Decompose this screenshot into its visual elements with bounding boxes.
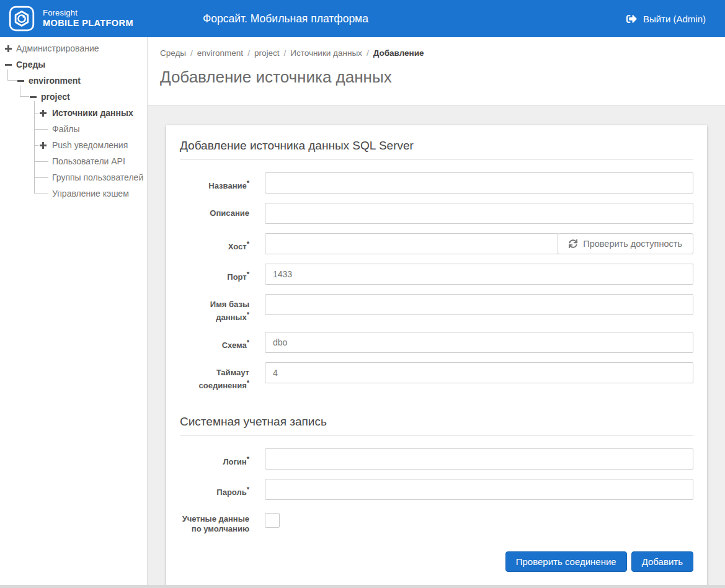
required-marker: * (247, 486, 249, 493)
breadcrumb-separator: / (247, 48, 250, 58)
default-credentials-checkbox[interactable] (265, 513, 280, 528)
login-field[interactable] (265, 448, 693, 470)
plus-icon[interactable] (40, 142, 47, 149)
form-row-name: Название* (180, 172, 693, 194)
page-header-band: Среды / environment / project / Источник… (148, 37, 725, 105)
plus-icon[interactable] (5, 45, 12, 52)
sidebar-item-label: Файлы (52, 124, 79, 134)
breadcrumb-item[interactable]: Среды (160, 48, 186, 58)
tree-connector (7, 69, 17, 81)
schema-field[interactable] (265, 332, 693, 353)
logo-text: Foresight MOBILE PLATFORM (43, 9, 133, 29)
breadcrumb-item-current: Добавление (373, 48, 424, 58)
logo-line2: MOBILE PLATFORM (43, 18, 133, 29)
form-row-host: Хост* Проверить доступность (180, 233, 693, 254)
form-section-title: Добавление источника данных SQL Server (180, 135, 693, 160)
description-label: Описание (180, 203, 265, 218)
timeout-field[interactable] (265, 362, 693, 383)
sidebar-item-label: Управление кэшем (52, 189, 129, 198)
form-row-database: Имя базы данных* (180, 294, 693, 323)
logout-button[interactable]: Выйти (Admin) (626, 0, 706, 37)
required-marker: * (247, 179, 249, 187)
minus-icon[interactable] (17, 78, 24, 84)
database-name-label: Имя базы данных* (180, 294, 265, 323)
form-row-port: Порт* (180, 264, 693, 285)
sidebar-item-label: Push уведомления (52, 140, 128, 150)
horizontal-scrollbar[interactable] (0, 585, 725, 588)
host-field[interactable] (265, 233, 558, 254)
sidebar: Администрирование Среды environment proj… (0, 37, 148, 585)
project-children: Источники данных Файлы Push уведомления … (34, 105, 147, 202)
host-label: Хост* (180, 233, 265, 252)
required-marker: * (247, 455, 249, 463)
breadcrumb-separator: / (283, 48, 286, 58)
sidebar-item-label: Пользователи API (52, 156, 125, 166)
sidebar-item-push-notifications[interactable]: Push уведомления (34, 137, 147, 153)
form-row-password: Пароль* (180, 479, 693, 500)
form-row-login: Логин* (180, 448, 693, 470)
check-availability-button[interactable]: Проверить доступность (558, 233, 693, 254)
login-label: Логин* (180, 448, 265, 467)
logo: Foresight MOBILE PLATFORM (0, 5, 133, 32)
foresight-logo-icon (8, 5, 35, 32)
sidebar-item-label: environment (29, 76, 81, 86)
breadcrumb-separator: / (190, 48, 193, 58)
sidebar-item-user-groups[interactable]: Группы пользователей (34, 169, 147, 185)
database-name-field[interactable] (265, 294, 693, 315)
breadcrumb-item[interactable]: Источники данных (290, 48, 362, 58)
app-header: Foresight MOBILE PLATFORM Форсайт. Мобил… (0, 0, 725, 37)
sidebar-item-label: Среды (16, 60, 45, 69)
sidebar-item-label: Источники данных (52, 108, 133, 118)
check-availability-label: Проверить доступность (583, 239, 682, 249)
required-marker: * (247, 240, 249, 247)
breadcrumb-item[interactable]: environment (197, 48, 243, 58)
logo-line1: Foresight (43, 9, 133, 18)
password-label: Пароль* (180, 479, 265, 497)
navigation-tree: Администрирование Среды environment proj… (0, 37, 147, 202)
sidebar-item-label: project (41, 92, 70, 102)
form-row-description: Описание (180, 203, 693, 224)
page-title: Добавление источника данных (160, 68, 713, 87)
port-field[interactable] (265, 264, 693, 285)
sidebar-item-label: Администрирование (16, 43, 99, 53)
sidebar-item-label: Группы пользователей (52, 172, 143, 182)
port-label: Порт* (180, 264, 265, 282)
required-marker: * (247, 339, 249, 346)
sidebar-item-environments[interactable]: Среды (0, 56, 147, 73)
description-field[interactable] (265, 203, 693, 224)
form-actions: Проверить соединение Добавить (180, 551, 693, 572)
add-button[interactable]: Добавить (631, 551, 693, 572)
add-datasource-form-card: Добавление источника данных SQL Server Н… (166, 125, 707, 588)
sidebar-item-administration[interactable]: Администрирование (0, 40, 147, 56)
sidebar-item-cache-management[interactable]: Управление кэшем (34, 185, 147, 202)
main-content: Среды / environment / project / Источник… (148, 37, 725, 585)
form-row-timeout: Таймаут соединения* (180, 362, 693, 391)
schema-label: Схема* (180, 332, 265, 350)
tree-connector (20, 86, 29, 97)
password-field[interactable] (265, 479, 693, 500)
minus-icon[interactable] (5, 61, 12, 68)
sidebar-item-files[interactable]: Файлы (34, 121, 147, 137)
form-section-title: Системная учетная запись (180, 411, 693, 436)
plus-icon[interactable] (40, 110, 47, 117)
test-connection-button[interactable]: Проверить соединение (505, 551, 627, 572)
timeout-label: Таймаут соединения* (180, 362, 265, 391)
breadcrumb: Среды / environment / project / Источник… (160, 48, 713, 58)
name-label: Название* (180, 172, 265, 191)
required-marker: * (247, 311, 249, 318)
logout-label: Выйти (Admin) (643, 14, 706, 24)
sidebar-item-api-users[interactable]: Пользователи API (34, 153, 147, 169)
app-title: Форсайт. Мобильная платформа (203, 0, 368, 37)
breadcrumb-item[interactable]: project (254, 48, 280, 58)
default-credentials-label: Учетные данные по умолчанию (180, 511, 265, 534)
sign-out-icon (626, 14, 637, 24)
form-row-default-credentials: Учетные данные по умолчанию (180, 511, 693, 534)
breadcrumb-separator: / (367, 48, 369, 58)
form-row-schema: Схема* (180, 332, 693, 353)
minus-icon[interactable] (30, 94, 37, 100)
required-marker: * (247, 270, 249, 278)
refresh-icon (569, 239, 577, 248)
required-marker: * (247, 379, 249, 386)
name-field[interactable] (265, 172, 693, 194)
sidebar-item-data-sources[interactable]: Источники данных (34, 105, 147, 121)
